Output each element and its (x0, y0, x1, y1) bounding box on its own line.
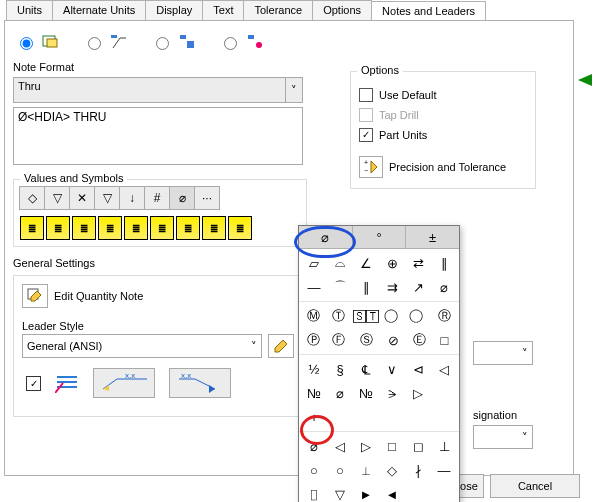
hidden-dropdown-1[interactable]: ˅ (473, 341, 533, 365)
tab-display[interactable]: Display (145, 0, 203, 20)
use-default-checkbox[interactable] (359, 88, 373, 102)
sym-more[interactable]: ··· (194, 186, 220, 210)
sym-left-tri2[interactable]: ◁ (433, 359, 455, 379)
sym-hash[interactable]: # (144, 186, 170, 210)
sym-box1[interactable]: □ (381, 436, 403, 456)
part-units-checkbox[interactable] (359, 128, 373, 142)
sym-parallel2[interactable]: ∥ (355, 277, 377, 297)
sym-parallelogram[interactable]: ▱ (303, 253, 325, 273)
ysym-2[interactable]: ≣ (46, 216, 70, 240)
sym-parallel[interactable]: ∥ (433, 253, 455, 273)
leader-check[interactable] (26, 376, 41, 391)
sym-half[interactable]: ½ (303, 359, 325, 379)
sym-e[interactable]: Ⓔ (409, 330, 430, 350)
sym-back[interactable]: ◄ (381, 484, 403, 502)
note-type-1-radio[interactable] (20, 37, 33, 50)
sym-runout[interactable]: ⇉ (381, 277, 403, 297)
sym-angle2[interactable]: ⪫ (381, 383, 403, 403)
precision-tolerance-button[interactable]: +− (359, 156, 383, 178)
sym-play[interactable]: ► (355, 484, 377, 502)
note-type-3-radio[interactable] (156, 37, 169, 50)
sym-r[interactable]: Ⓡ (434, 306, 455, 326)
tab-units[interactable]: Units (6, 0, 53, 20)
sym-total-runout[interactable]: ↗ (407, 277, 429, 297)
sym-arrow[interactable]: ↓ (119, 186, 145, 210)
sym-position[interactable]: ⊕ (381, 253, 403, 273)
ysym-8[interactable]: ≣ (202, 216, 226, 240)
sym-numero2[interactable]: № (355, 383, 377, 403)
sym-left-arrow[interactable]: ◁ (329, 436, 351, 456)
ysym-9[interactable]: ≣ (228, 216, 252, 240)
sym-plus[interactable]: + (303, 407, 325, 427)
note-type-1[interactable] (15, 33, 61, 51)
sym-blank[interactable] (433, 383, 455, 403)
sym-s[interactable]: Ⓢ (353, 330, 379, 350)
sym-perp2[interactable]: ⟂ (355, 460, 377, 480)
sym-c2[interactable]: ○ (329, 460, 351, 480)
sym-straightness[interactable]: — (303, 277, 325, 297)
tab-notes-leaders[interactable]: Notes and Leaders (371, 1, 486, 21)
note-type-4-radio[interactable] (224, 37, 237, 50)
sym-dia4[interactable]: ⌀ (303, 436, 325, 456)
sym-symmetry[interactable]: ⇄ (407, 253, 429, 273)
sym-m[interactable]: Ⓜ (303, 306, 324, 326)
palette-tab-diameter[interactable]: ⌀ (299, 226, 353, 248)
sym-t[interactable]: Ⓣ (328, 306, 349, 326)
ysym-3[interactable]: ≣ (72, 216, 96, 240)
note-type-4[interactable] (219, 33, 265, 51)
sym-angularity[interactable]: ∠ (355, 253, 377, 273)
sym-profile-surface[interactable]: ⌓ (329, 253, 351, 273)
tab-tolerance[interactable]: Tolerance (243, 0, 313, 20)
sym-right-tri[interactable]: ▷ (407, 383, 429, 403)
sym-notpar[interactable]: ∤ (407, 460, 429, 480)
sym-centerline[interactable]: ℄ (355, 359, 377, 379)
sym-diamond2[interactable]: ◇ (381, 460, 403, 480)
sym-section[interactable]: § (329, 359, 351, 379)
sym-circle1[interactable]: ⃝ (383, 306, 404, 326)
tab-options[interactable]: Options (312, 0, 372, 20)
tab-alternate-units[interactable]: Alternate Units (52, 0, 146, 20)
sym-diameter2[interactable]: ⌀ (433, 277, 455, 297)
note-format-select[interactable]: Thru (13, 77, 286, 103)
note-type-2[interactable] (83, 33, 129, 51)
sym-dn[interactable]: ▽ (329, 484, 351, 502)
note-type-3[interactable] (151, 33, 197, 51)
ysym-4[interactable]: ≣ (98, 216, 122, 240)
leader-style-edit[interactable] (268, 334, 294, 358)
sym-p[interactable]: Ⓟ (303, 330, 324, 350)
sym-down[interactable]: ∨ (381, 359, 403, 379)
cancel-button[interactable]: Cancel (490, 474, 580, 498)
sym-slash-circle[interactable]: ⊘ (383, 330, 404, 350)
tab-text[interactable]: Text (202, 0, 244, 20)
sym-diamond[interactable]: ◇ (19, 186, 45, 210)
sym-left-tri[interactable]: ⊲ (407, 359, 429, 379)
sym-down2[interactable]: ▽ (94, 186, 120, 210)
sym-diameter[interactable]: ⌀ (169, 186, 195, 210)
ysym-1[interactable]: ≣ (20, 216, 44, 240)
arrow-style-1[interactable]: x.x (93, 368, 155, 398)
leader-style-select[interactable]: General (ANSI) ˅ (22, 334, 262, 358)
note-format-text[interactable]: Ø<HDIA> THRU (13, 107, 303, 165)
ysym-6[interactable]: ≣ (150, 216, 174, 240)
sym-x[interactable]: ✕ (69, 186, 95, 210)
sym-down1[interactable]: ▽ (44, 186, 70, 210)
note-format-dropdown-chevron[interactable]: ˅ (286, 77, 303, 103)
arrow-style-2[interactable]: x.x (169, 368, 231, 398)
hidden-dropdown-2[interactable]: ˅ (473, 425, 533, 449)
sym-numero[interactable]: № (303, 383, 325, 403)
palette-tab-plusminus[interactable]: ± (406, 226, 459, 248)
sym-circle2[interactable]: ⃝ (409, 306, 430, 326)
sym-box2[interactable]: ◻ (407, 436, 429, 456)
note-type-2-radio[interactable] (88, 37, 101, 50)
sym-c1[interactable]: ○ (303, 460, 325, 480)
sym-dia3[interactable]: ⌀ (329, 383, 351, 403)
sym-st[interactable]: 🅂🅃 (353, 306, 379, 326)
sym-perp[interactable]: ⊥ (433, 436, 455, 456)
sym-profile-line[interactable]: ⌒ (329, 277, 351, 297)
sym-square[interactable]: □ (434, 330, 455, 350)
ysym-5[interactable]: ≣ (124, 216, 148, 240)
edit-quantity-button[interactable] (22, 284, 48, 308)
sym-f[interactable]: Ⓕ (328, 330, 349, 350)
palette-tab-degree[interactable]: ° (353, 226, 407, 248)
sym-dash[interactable]: — (433, 460, 455, 480)
